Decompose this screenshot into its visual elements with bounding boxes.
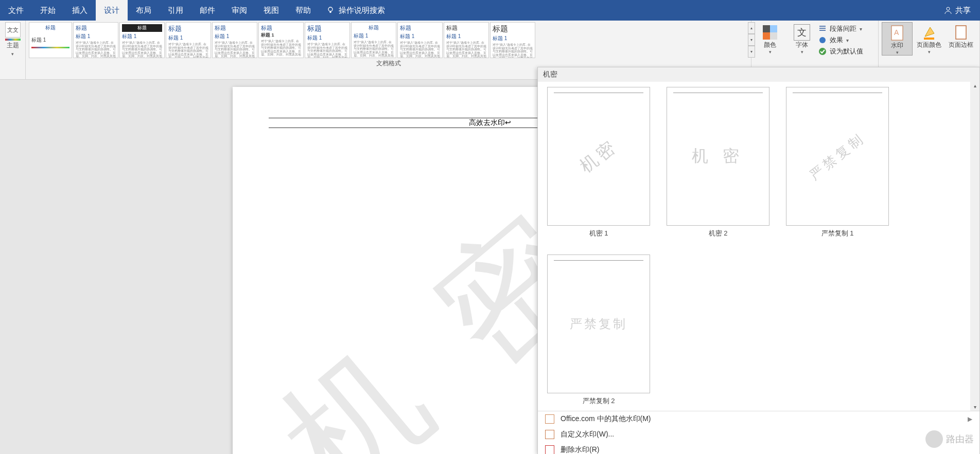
more-watermarks-label: Office.com 中的其他水印(M) xyxy=(561,414,651,424)
themes-button[interactable]: 文文 主题 ▾ xyxy=(2,22,24,57)
watermark-menu: Office.com 中的其他水印(M) ▶ 自定义水印(W)... 删除水印(… xyxy=(538,411,979,454)
svg-rect-3 xyxy=(763,25,770,32)
svg-point-8 xyxy=(819,48,826,55)
page-header-text: 高效去水印↩ xyxy=(469,118,511,128)
tab-insert[interactable]: 插入 xyxy=(64,0,96,21)
colors-label: 颜色 xyxy=(764,41,776,49)
tab-view[interactable]: 视图 xyxy=(255,0,287,21)
logo-icon xyxy=(925,430,943,448)
office-icon xyxy=(545,414,554,424)
tab-home[interactable]: 开始 xyxy=(32,0,64,21)
colors-button[interactable]: 颜色▾ xyxy=(755,22,785,56)
watermark-option-label: 严禁复制 2 xyxy=(583,396,615,406)
tab-review[interactable]: 审阅 xyxy=(223,0,255,21)
style-set-item[interactable]: 标题 标题 1 xyxy=(29,22,72,58)
tab-file[interactable]: 文件 xyxy=(0,0,32,21)
style-set-item[interactable]: 标题标题 1对于"插入"选项卡上的库, 在设计时都充分考虑了其中的项与文档整体外… xyxy=(305,22,350,58)
watermark-option-confidential-1[interactable]: 机密 机密 1 xyxy=(547,87,650,238)
watermark-option-donotcopy-1[interactable]: 严禁复制 严禁复制 1 xyxy=(786,87,889,238)
page-color-button[interactable]: 页面颜色▾ xyxy=(914,22,944,56)
style-set-item[interactable]: 标题标题 1对于"插入"选项卡上的库, 在设计时都充分考虑了其中的项与文档整体外… xyxy=(490,22,535,58)
user-icon xyxy=(944,6,952,14)
svg-text:A: A xyxy=(894,28,899,37)
watermark-label: 水印 xyxy=(891,41,903,50)
paragraph-spacing-label: 段落间距 xyxy=(830,24,856,33)
colors-icon xyxy=(762,24,778,41)
watermark-gallery-panel: 机密 机密 机密 1 机 密 机密 2 严禁复制 严禁复制 1 严禁复制 严禁复… xyxy=(537,67,980,454)
chevron-right-icon: ▶ xyxy=(968,415,972,423)
style-set-item[interactable]: 标题标题 1对于"插入"选项卡上的库, 在设计时都充分考虑了其中的项与文档整体外… xyxy=(166,22,211,58)
checkmark-icon xyxy=(818,47,827,56)
page-color-icon xyxy=(921,24,937,41)
gallery-scroll[interactable]: ▴▾▾ xyxy=(748,22,755,58)
tab-ref[interactable]: 引用 xyxy=(160,0,191,21)
watermark-icon: A xyxy=(889,25,905,41)
svg-rect-5 xyxy=(763,32,770,40)
custom-watermark-label: 自定义水印(W)... xyxy=(561,430,614,439)
fonts-button[interactable]: 文 字体▾ xyxy=(786,22,817,56)
style-set-item[interactable]: 标题标题 1对于"插入"选项卡上的库, 在设计时都充分考虑了其中的项与文档整体外… xyxy=(444,22,489,58)
tell-me-search[interactable]: 操作说明搜索 xyxy=(319,6,392,15)
page-color-label: 页面颜色 xyxy=(917,41,941,49)
theme-icon: 文文 xyxy=(5,22,21,38)
watermark-option-donotcopy-2[interactable]: 严禁复制 严禁复制 2 xyxy=(547,255,650,406)
tab-layout[interactable]: 布局 xyxy=(128,0,160,21)
effects-label: 效果 xyxy=(830,35,843,45)
svg-rect-11 xyxy=(924,38,934,40)
remove-watermark-label: 删除水印(R) xyxy=(561,445,599,454)
tab-design[interactable]: 设计 xyxy=(96,0,128,21)
panel-scrollbar[interactable]: ▴▾ xyxy=(970,82,979,411)
paragraph-spacing-icon xyxy=(818,25,827,33)
style-set-item[interactable]: 标题标题 1对于"插入"选项卡上的库, 在设计时都充分考虑了其中的项与文档整体外… xyxy=(351,22,396,58)
set-default-button[interactable]: 设为默认值 xyxy=(818,47,875,56)
watermark-option-label: 机密 1 xyxy=(589,229,608,238)
document-formatting-gallery[interactable]: 标题 标题 1 标题标题 1对于"插入"选项卡上的库, 在设计时都充分考虑了其中… xyxy=(29,22,748,58)
svg-rect-4 xyxy=(770,25,777,32)
svg-rect-1 xyxy=(330,11,331,13)
set-default-label: 设为默认值 xyxy=(830,47,863,56)
page-borders-button[interactable]: 页面边框 xyxy=(946,22,976,56)
svg-point-2 xyxy=(947,7,950,10)
watermark-option-confidential-2[interactable]: 机 密 机密 2 xyxy=(667,87,769,238)
page-border-icon xyxy=(953,24,969,41)
page-icon xyxy=(545,430,554,439)
more-watermarks-office[interactable]: Office.com 中的其他水印(M) ▶ xyxy=(538,411,979,427)
paragraph-spacing-button[interactable]: 段落间距▾ xyxy=(818,24,875,33)
logo-text: 路由器 xyxy=(946,433,974,445)
share-label: 共享 xyxy=(955,6,971,15)
svg-rect-12 xyxy=(956,26,966,39)
svg-point-7 xyxy=(819,37,826,43)
effects-button[interactable]: 效果▾ xyxy=(818,35,875,45)
svg-rect-6 xyxy=(770,32,777,40)
style-set-item[interactable]: 标题标题 1对于"插入"选项卡上的库, 在设计时都充分考虑了其中的项与文档整体外… xyxy=(258,22,304,58)
lightbulb-icon xyxy=(326,6,335,14)
custom-watermark[interactable]: 自定义水印(W)... xyxy=(538,427,979,442)
share-button[interactable]: 共享 xyxy=(935,6,980,15)
tab-help[interactable]: 帮助 xyxy=(287,0,319,21)
fonts-label: 字体 xyxy=(796,41,808,49)
remove-icon xyxy=(545,445,554,454)
menubar: 文件 开始 插入 设计 布局 引用 邮件 审阅 视图 帮助 操作说明搜索 共享 xyxy=(0,0,980,21)
fonts-icon: 文 xyxy=(794,24,810,41)
svg-point-0 xyxy=(328,7,332,11)
tab-mail[interactable]: 邮件 xyxy=(191,0,223,21)
style-set-item[interactable]: 标题标题 1对于"插入"选项卡上的库, 在设计时都充分考虑了其中的项与文档整体外… xyxy=(119,22,165,58)
tell-me-label: 操作说明搜索 xyxy=(339,6,385,15)
page-border-label: 页面边框 xyxy=(949,41,973,49)
remove-watermark[interactable]: 删除水印(R) xyxy=(538,442,979,454)
watermark-option-label: 严禁复制 1 xyxy=(821,229,854,238)
watermark-option-label: 机密 2 xyxy=(709,229,728,238)
panel-section-header: 机密 xyxy=(538,67,979,82)
style-set-item[interactable]: 标题标题 1对于"插入"选项卡上的库, 在设计时都充分考虑了其中的项与文档整体外… xyxy=(397,22,443,58)
watermark-button[interactable]: A 水印▾ xyxy=(882,22,913,56)
style-set-item[interactable]: 标题标题 1对于"插入"选项卡上的库, 在设计时都充分考虑了其中的项与文档整体外… xyxy=(73,22,118,58)
themes-label: 主题 xyxy=(7,41,19,51)
watermark-gallery-body: 机密 机密 1 机 密 机密 2 严禁复制 严禁复制 1 严禁复制 严禁复制 2… xyxy=(538,82,979,411)
watermark-logo: 路由器 xyxy=(925,430,974,448)
style-set-item[interactable]: 标题标题 1对于"插入"选项卡上的库, 在设计时都充分考虑了其中的项与文档整体外… xyxy=(212,22,257,58)
effects-icon xyxy=(818,36,827,44)
